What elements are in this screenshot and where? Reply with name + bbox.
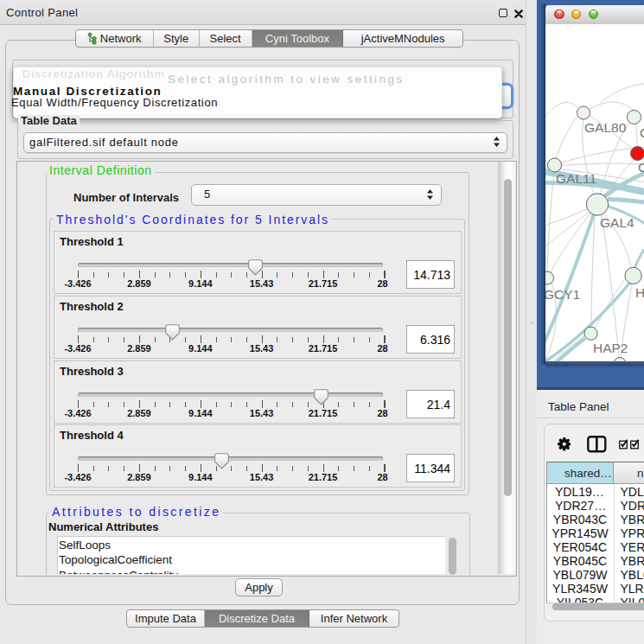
svg-text:GAL80: GAL80 bbox=[584, 119, 627, 134]
svg-text:GA: GA bbox=[640, 124, 644, 139]
svg-text:C: C bbox=[638, 159, 644, 174]
svg-text:GAL4: GAL4 bbox=[600, 214, 634, 229]
svg-text:HAP2: HAP2 bbox=[593, 340, 628, 354]
svg-text:GAL11: GAL11 bbox=[556, 170, 596, 185]
svg-text:H: H bbox=[635, 284, 644, 299]
svg-text:GCY1: GCY1 bbox=[545, 286, 580, 301]
